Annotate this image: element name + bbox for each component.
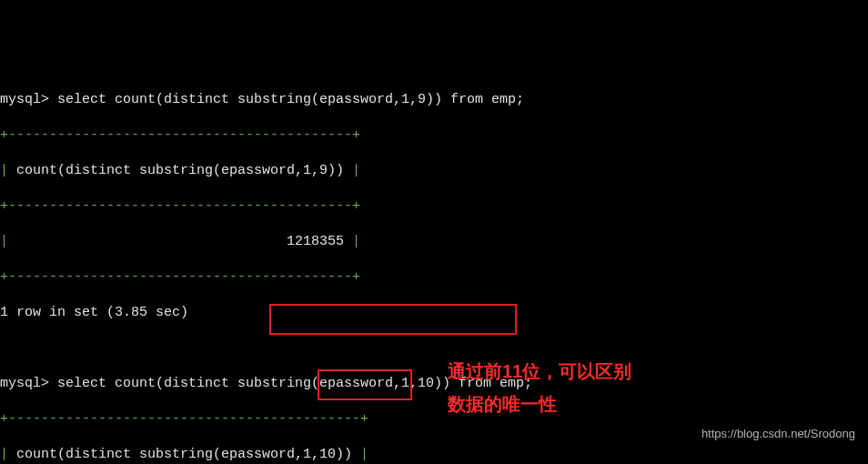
- annotation-line-1: 通过前11位，可以区别: [448, 355, 631, 388]
- table-pipe: |: [0, 163, 16, 178]
- annotation-line-2: 数据的唯一性: [448, 388, 631, 420]
- result-value-1: 1218355: [287, 234, 344, 249]
- column-header-1: count(distinct substring(epassword,1,9)): [16, 163, 344, 178]
- table-border: +---------------------------------------…: [0, 410, 868, 429]
- mysql-prompt: mysql>: [0, 92, 57, 107]
- table-pipe: |: [0, 447, 16, 462]
- watermark: https://blog.csdn.net/Srodong: [701, 427, 855, 442]
- table-pipe: |: [0, 234, 287, 249]
- table-pipe: |: [352, 447, 368, 462]
- column-header-2: count(distinct substring(epassword,1,10)…: [16, 447, 352, 462]
- mysql-prompt: mysql>: [0, 376, 57, 391]
- table-border: +---------------------------------------…: [0, 268, 868, 287]
- table-pipe: |: [344, 163, 360, 178]
- table-border: +---------------------------------------…: [0, 197, 868, 216]
- sql-query-1: select count(distinct substring(epasswor…: [57, 92, 524, 107]
- status-line-1: 1 row in set (3.85 sec): [0, 304, 868, 322]
- table-border: +---------------------------------------…: [0, 126, 868, 145]
- annotation-text: 通过前11位，可以区别 数据的唯一性: [448, 355, 631, 420]
- terminal-output[interactable]: mysql> select count(distinct substring(e…: [0, 71, 868, 464]
- table-pipe: |: [344, 234, 360, 249]
